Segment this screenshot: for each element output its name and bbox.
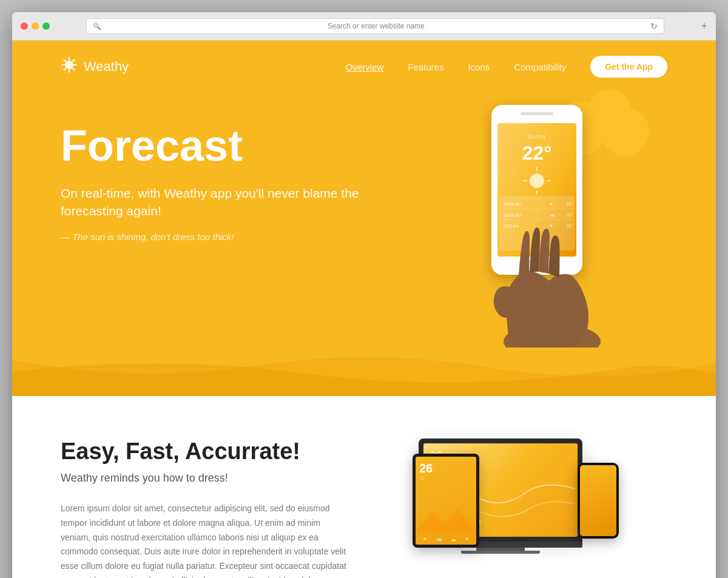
svg-rect-11: [521, 112, 553, 115]
address-bar-text: Search or enter website name: [105, 22, 647, 30]
svg-text:09:00 am: 09:00 am: [504, 202, 521, 206]
browser-dots: [21, 22, 50, 30]
svg-line-5: [64, 60, 66, 62]
reload-button[interactable]: ↻: [650, 21, 658, 31]
hero-section: Weathy Overview Features Icons Compatibi…: [12, 41, 716, 396]
svg-text:Sunny: Sunny: [528, 133, 547, 139]
hero-subtitle: On real-time, with Weathy app you'll nev…: [61, 184, 394, 220]
close-dot[interactable]: [21, 22, 28, 30]
hero-title: Forecast: [61, 123, 394, 169]
maximize-dot[interactable]: [42, 22, 50, 30]
get-app-button[interactable]: Get the App: [590, 56, 667, 78]
browser-window: 🔍 Search or enter website name ↻ +: [12, 12, 716, 578]
features-title: Easy, Fast, Accurrate!: [61, 439, 352, 465]
svg-text:12:00 pm: 12:00 pm: [504, 213, 521, 218]
features-body: Lorem ipsum dolor sit amet, consectetur …: [61, 502, 352, 578]
nav-link-compatibility[interactable]: Compatibility: [514, 62, 566, 72]
search-icon: 🔍: [93, 22, 101, 30]
nav-link-icons[interactable]: Icons: [468, 62, 490, 72]
features-text: Easy, Fast, Accurrate! Weathy reminds yo…: [61, 439, 352, 578]
hero-content: Forecast On real-time, with Weathy app y…: [12, 93, 716, 396]
logo: Weathy: [61, 56, 129, 77]
svg-line-8: [64, 69, 66, 70]
tablet-mockup: 26 °C ☀ ⛅ ☁ ☀: [413, 454, 479, 548]
features-section: Easy, Fast, Accurrate! Weathy reminds yo…: [12, 396, 716, 578]
hero-text: Forecast On real-time, with Weathy app y…: [61, 105, 394, 242]
svg-point-15: [530, 173, 544, 188]
svg-text:21°: 21°: [567, 224, 573, 228]
tablet-mountain: [416, 502, 476, 533]
svg-line-7: [73, 60, 75, 62]
svg-text:22°: 22°: [522, 142, 551, 164]
hero-phone-area: Sunny 22° 09:00 am: [394, 93, 637, 348]
features-subtitle: Weathy reminds you how to dress!: [61, 472, 352, 485]
svg-point-0: [65, 61, 73, 69]
nav-link-overview[interactable]: Overview: [346, 62, 384, 72]
website-content: Weathy Overview Features Icons Compatibi…: [12, 41, 716, 578]
tablet-temperature: 26: [416, 457, 476, 476]
features-devices: 26 °C: [400, 439, 631, 578]
browser-chrome: 🔍 Search or enter website name ↻ +: [12, 12, 716, 41]
hero-tagline: — The sun is shining, don't dress too th…: [61, 232, 394, 242]
address-bar[interactable]: 🔍 Search or enter website name ↻: [86, 18, 664, 34]
svg-text:7:00 am: 7:00 am: [504, 224, 519, 228]
svg-text:☀: ☀: [549, 223, 553, 229]
hand-phone-illustration: Sunny 22° 09:00 am: [431, 93, 625, 348]
logo-icon: [61, 56, 78, 77]
svg-line-6: [73, 69, 75, 70]
nav-links: Overview Features Icons Compatibility Ge…: [346, 56, 667, 78]
minimize-dot[interactable]: [32, 22, 39, 30]
svg-text:☀: ☀: [549, 201, 553, 207]
logo-text: Weathy: [84, 59, 129, 75]
new-tab-button[interactable]: +: [701, 20, 707, 33]
navigation: Weathy Overview Features Icons Compatibi…: [12, 41, 716, 93]
svg-text:22°: 22°: [567, 202, 573, 206]
nav-link-features[interactable]: Features: [408, 62, 443, 72]
svg-text:⛅: ⛅: [549, 212, 555, 218]
small-phone-mockup: [578, 463, 619, 539]
svg-text:21°: 21°: [567, 213, 573, 217]
